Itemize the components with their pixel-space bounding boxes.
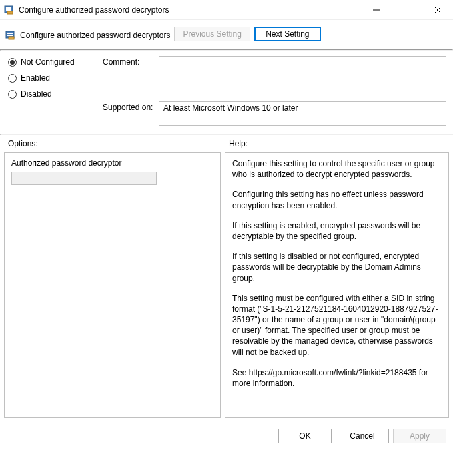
maximize-button[interactable] (392, 0, 422, 20)
svg-rect-1 (6, 7, 11, 9)
policy-icon (5, 30, 16, 41)
apply-button[interactable]: Apply (393, 429, 446, 443)
radio-label: Not Configured (21, 57, 75, 67)
minimize-button[interactable] (361, 0, 392, 20)
supported-on-field: At least Microsoft Windows 10 or later (159, 101, 446, 126)
svg-rect-5 (404, 7, 410, 13)
help-text: This setting must be configured with eit… (232, 293, 442, 358)
window-title: Configure authorized password decryptors (19, 5, 361, 15)
close-button[interactable] (422, 0, 453, 20)
svg-rect-9 (7, 33, 13, 34)
supported-on-label: Supported on: (103, 101, 156, 112)
radio-not-configured[interactable]: Not Configured (8, 57, 99, 67)
cancel-button[interactable]: Cancel (336, 429, 389, 443)
options-pane: Authorized password decryptor (4, 152, 221, 418)
policy-title: Configure authorized password decryptors (20, 31, 170, 40)
authorized-decryptor-input[interactable] (11, 172, 157, 185)
help-text: Configure this setting to control the sp… (232, 158, 442, 180)
radio-icon (8, 90, 17, 99)
state-radio-group: Not Configured Enabled Disabled (8, 56, 99, 105)
ok-button[interactable]: OK (278, 429, 332, 443)
app-icon (4, 5, 15, 15)
previous-setting-button[interactable]: Previous Setting (174, 27, 250, 41)
help-text: Configuring this setting has no effect u… (232, 189, 442, 210)
policy-header: Configure authorized password decryptors… (0, 20, 453, 49)
next-setting-button[interactable]: Next Setting (254, 27, 321, 41)
supported-on-value: At least Microsoft Windows 10 or later (163, 103, 298, 113)
help-text: See https://go.microsoft.com/fwlink/?lin… (232, 367, 442, 389)
dialog-footer: OK Cancel Apply (0, 422, 453, 450)
radio-icon (8, 58, 17, 67)
radio-label: Enabled (21, 73, 50, 83)
svg-rect-3 (7, 11, 13, 14)
help-label: Help: (225, 139, 446, 148)
options-label: Options: (8, 139, 225, 148)
help-text: If this setting is enabled, encrypted pa… (232, 220, 442, 242)
svg-rect-11 (9, 37, 14, 39)
radio-label: Disabled (21, 89, 52, 99)
option-field-label: Authorized password decryptor (11, 158, 213, 168)
titlebar: Configure authorized password decryptors (0, 0, 453, 20)
help-text: If this setting is disabled or not confi… (232, 251, 442, 284)
comment-input[interactable] (159, 56, 446, 97)
svg-rect-2 (6, 9, 11, 11)
svg-rect-10 (7, 35, 13, 36)
help-pane: Configure this setting to control the sp… (225, 152, 449, 418)
radio-icon (8, 74, 17, 83)
radio-disabled[interactable]: Disabled (8, 89, 99, 99)
radio-enabled[interactable]: Enabled (8, 73, 99, 83)
comment-label: Comment: (103, 56, 156, 67)
